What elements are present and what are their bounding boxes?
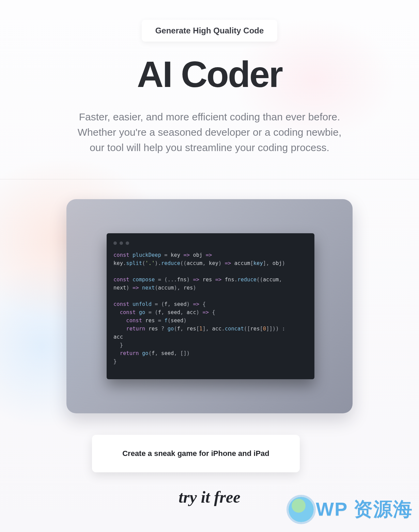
- window-dot-icon: [113, 241, 117, 245]
- example-prompt-card[interactable]: Create a sneak game for iPhone and iPad: [92, 435, 300, 472]
- code-editor: const pluckDeep = key => obj => key.spli…: [107, 233, 314, 379]
- watermark-text: WP 资源海: [316, 497, 413, 522]
- globe-icon: [289, 497, 314, 522]
- code-block: const pluckDeep = key => obj => key.spli…: [113, 251, 308, 366]
- page-title: AI Coder: [0, 56, 419, 93]
- watermark: WP 资源海: [289, 497, 413, 522]
- window-dot-icon: [120, 241, 123, 245]
- window-controls: [113, 241, 308, 245]
- badge-pill: Generate High Quality Code: [142, 20, 278, 42]
- window-dot-icon: [126, 241, 129, 245]
- code-panel: const pluckDeep = key => obj => key.spli…: [66, 199, 353, 413]
- section-divider: [0, 179, 419, 179]
- page-subtitle: Faster, easier, and more efficient codin…: [77, 109, 342, 155]
- example-prompt-text: Create a sneak game for iPhone and iPad: [122, 449, 269, 458]
